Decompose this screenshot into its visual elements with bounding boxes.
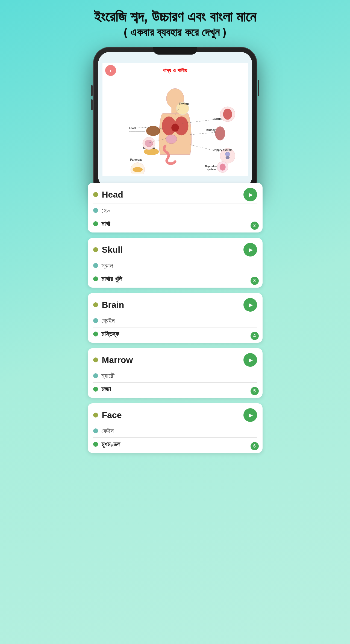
card-left-head: Head — [93, 190, 123, 200]
divider-skull-2 — [93, 272, 257, 272]
english-word-skull: Skull — [102, 245, 123, 255]
meaning-skull: মাথার খুলি — [101, 275, 122, 283]
dot-green-skull — [93, 276, 98, 281]
card-left-marrow: Marrow — [93, 355, 133, 365]
meaning-brain: মস্তিষ্ক — [101, 330, 119, 338]
dot-teal-face — [93, 428, 98, 433]
english-word-face: Face — [102, 410, 122, 420]
pronunciation-face: ফেইস — [101, 427, 114, 435]
card-number-skull: 3 — [251, 277, 259, 285]
dot-teal-skull — [93, 263, 98, 268]
svg-point-16 — [223, 109, 232, 120]
meaning-head: মাথা — [101, 220, 110, 228]
volume-up-button — [91, 85, 93, 96]
svg-text:Kidney: Kidney — [206, 129, 216, 132]
word-card-face: Face ফেইস মুখমণ্ডল 6 — [88, 403, 263, 453]
meaning-row-brain: মস্তিষ্ক — [93, 329, 257, 339]
anatomy-svg: Liver ────────── Thymus Lungs Stomach — [105, 81, 245, 174]
divider-marrow-2 — [93, 382, 257, 383]
divider-face-1 — [93, 424, 257, 424]
divider-brain-1 — [93, 314, 257, 314]
pronunciation-head: হেড — [101, 207, 110, 214]
card-left-brain: Brain — [93, 300, 124, 310]
svg-point-7 — [146, 126, 160, 136]
dot-olive-brain — [93, 302, 98, 307]
english-word-brain: Brain — [102, 300, 124, 310]
svg-point-6 — [166, 135, 177, 144]
phone-mockup: ‹ খাদ্য ও পানীয় — [93, 47, 257, 196]
pronunciation-row-face: ফেইস — [93, 426, 257, 436]
phone-screen: ‹ খাদ্য ও পানীয় — [98, 52, 252, 188]
svg-text:──────────: ────────── — [128, 130, 145, 133]
card-number-brain: 4 — [251, 332, 259, 340]
card-number-head: 2 — [251, 222, 259, 230]
svg-text:Pancreas: Pancreas — [130, 159, 142, 162]
dot-teal-marrow — [93, 373, 98, 378]
meaning-face: মুখমণ্ডল — [101, 440, 120, 448]
play-button-marrow[interactable] — [243, 353, 257, 367]
divider-skull-1 — [93, 259, 257, 259]
card-number-face: 6 — [251, 442, 259, 450]
svg-text:Thymus: Thymus — [179, 102, 189, 105]
header-title: ইংরেজি শব্দ, উচ্চারণ এবং বাংলা মানে — [94, 8, 256, 25]
svg-text:Liver: Liver — [129, 127, 136, 130]
dot-green-face — [93, 442, 98, 447]
svg-point-8 — [215, 127, 225, 141]
dot-green-head — [93, 221, 98, 226]
divider-head-1 — [93, 204, 257, 204]
meaning-marrow: মজ্জা — [101, 385, 111, 393]
dot-olive-skull — [93, 247, 98, 252]
meaning-row-head: মাথা — [93, 219, 257, 229]
svg-point-19 — [145, 140, 153, 147]
back-button[interactable]: ‹ — [105, 65, 116, 76]
meaning-row-face: মুখমণ্ডল — [93, 439, 257, 449]
card-english-row-face: Face — [93, 408, 257, 422]
cards-area: Head হেড মাথা 2 Skull স্কাল — [5, 199, 345, 453]
pronunciation-brain: ব্রেইন — [101, 317, 115, 324]
play-button-head[interactable] — [243, 188, 257, 201]
dot-teal-head — [93, 208, 98, 213]
svg-point-23 — [225, 152, 230, 156]
dot-teal-brain — [93, 318, 98, 323]
phone-frame: ‹ খাদ্য ও পানীয় — [93, 47, 257, 196]
play-button-face[interactable] — [243, 408, 257, 422]
divider-brain-2 — [93, 327, 257, 327]
play-button-skull[interactable] — [243, 243, 257, 257]
divider-marrow-1 — [93, 369, 257, 369]
meaning-row-skull: মাথার খুলি — [93, 274, 257, 284]
phone-inner: ‹ খাদ্য ও পানীয় — [98, 52, 252, 181]
svg-point-32 — [219, 164, 225, 171]
card-english-row-skull: Skull — [93, 243, 257, 257]
svg-text:system: system — [207, 168, 216, 171]
screen-title: খাদ্য ও পানীয় — [163, 67, 187, 74]
card-english-row-marrow: Marrow — [93, 353, 257, 367]
card-left-face: Face — [93, 410, 122, 420]
play-button-brain[interactable] — [243, 298, 257, 312]
svg-point-24 — [225, 156, 230, 159]
dot-olive-face — [93, 413, 98, 418]
body-diagram: Liver ────────── Thymus Lungs Stomach — [102, 78, 248, 176]
app-header: ইংরেজি শব্দ, উচ্চারণ এবং বাংলা মানে ( এক… — [94, 8, 256, 39]
english-word-marrow: Marrow — [102, 355, 133, 365]
english-word-head: Head — [102, 190, 123, 200]
volume-down-button — [91, 99, 93, 110]
phone-left-buttons — [91, 85, 93, 110]
meaning-row-marrow: মজ্জা — [93, 384, 257, 394]
pronunciation-row-skull: স্কাল — [93, 261, 257, 270]
divider-head-2 — [93, 217, 257, 217]
pronunciation-row-marrow: ম্যারৌ — [93, 371, 257, 381]
dot-green-brain — [93, 332, 98, 336]
pronunciation-row-brain: ব্রেইন — [93, 316, 257, 326]
svg-point-28 — [133, 167, 143, 172]
svg-point-5 — [171, 124, 179, 132]
word-card-marrow: Marrow ম্যারৌ মজ্জা 5 — [88, 348, 263, 398]
word-card-brain: Brain ব্রেইন মস্তিষ্ক 4 — [88, 293, 263, 343]
pronunciation-marrow: ম্যারৌ — [101, 372, 114, 380]
card-number-marrow: 5 — [251, 387, 259, 395]
card-left-skull: Skull — [93, 245, 123, 255]
header-subtitle: ( একবার ব্যবহার করে দেখুন ) — [94, 26, 256, 39]
dot-green-marrow — [93, 387, 98, 392]
dot-olive-marrow — [93, 357, 98, 362]
pronunciation-row-head: হেড — [93, 205, 257, 215]
card-english-row-brain: Brain — [93, 298, 257, 312]
